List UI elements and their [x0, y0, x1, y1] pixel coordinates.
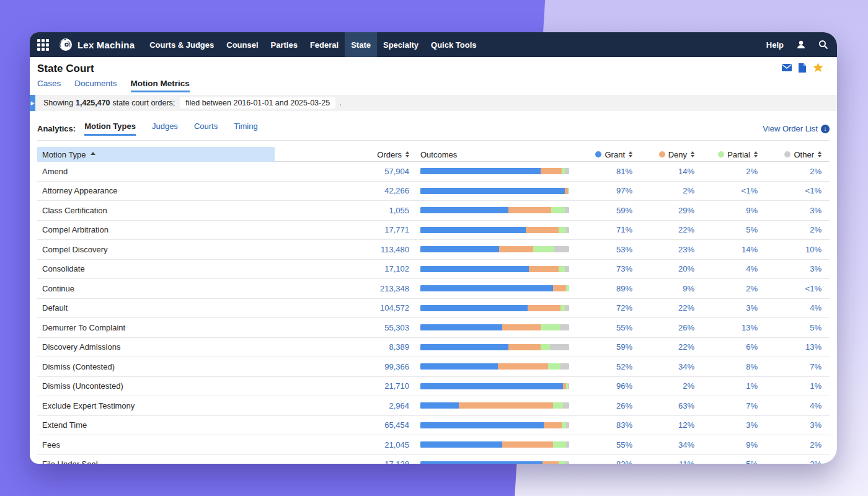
nav-item-specialty[interactable]: Specialty: [377, 32, 425, 57]
brand[interactable]: Lex Machina: [59, 38, 135, 51]
orders-count[interactable]: 2,964: [275, 401, 409, 410]
nav-item-state[interactable]: State: [345, 32, 377, 57]
grant-percent[interactable]: 96%: [569, 381, 632, 391]
partial-percent[interactable]: 4%: [694, 264, 758, 273]
orders-count[interactable]: 21,045: [275, 440, 409, 450]
deny-percent[interactable]: 34%: [632, 362, 694, 371]
orders-count[interactable]: 17,102: [275, 264, 409, 273]
tab-documents[interactable]: Documents: [74, 79, 117, 92]
deny-percent[interactable]: 9%: [632, 284, 694, 293]
help-link[interactable]: Help: [766, 40, 784, 50]
deny-percent[interactable]: 26%: [632, 323, 694, 332]
outcomes-bar[interactable]: [420, 285, 569, 291]
nav-item-quick-tools[interactable]: Quick Tools: [425, 32, 482, 57]
deny-percent[interactable]: 22%: [632, 303, 694, 312]
other-percent[interactable]: <1%: [758, 284, 822, 293]
other-percent[interactable]: 3%: [758, 206, 822, 215]
partial-percent[interactable]: 3%: [694, 420, 758, 430]
orders-count[interactable]: 8,389: [275, 342, 409, 352]
orders-count[interactable]: 55,303: [275, 323, 409, 332]
nav-item-federal[interactable]: Federal: [304, 32, 345, 57]
other-percent[interactable]: 1%: [758, 381, 822, 391]
other-percent[interactable]: 5%: [758, 323, 822, 332]
partial-percent[interactable]: 3%: [694, 303, 758, 312]
partial-percent[interactable]: 8%: [694, 362, 758, 371]
other-percent[interactable]: 13%: [758, 342, 822, 352]
outcomes-bar[interactable]: [420, 207, 569, 213]
motion-type-header[interactable]: Motion Type: [37, 147, 275, 162]
partial-percent[interactable]: 5%: [694, 459, 758, 464]
nav-item-parties[interactable]: Parties: [265, 32, 304, 57]
other-percent[interactable]: <1%: [758, 186, 822, 195]
other-percent[interactable]: 4%: [758, 401, 822, 410]
partial-percent[interactable]: 7%: [694, 401, 758, 410]
orders-count[interactable]: 65,454: [275, 420, 409, 430]
outcomes-bar[interactable]: [420, 266, 569, 272]
grant-percent[interactable]: 59%: [569, 206, 632, 215]
outcomes-bar[interactable]: [420, 383, 569, 389]
partial-percent[interactable]: 2%: [694, 167, 758, 176]
other-percent[interactable]: 7%: [758, 362, 822, 371]
favorite-star-icon[interactable]: [813, 63, 823, 73]
other-percent[interactable]: 3%: [758, 264, 822, 273]
partial-percent[interactable]: 9%: [694, 206, 758, 215]
view-order-list-link[interactable]: View Order List ↓: [763, 124, 830, 133]
orders-count[interactable]: 113,480: [275, 245, 409, 254]
deny-percent[interactable]: 29%: [632, 206, 694, 215]
grant-percent[interactable]: 82%: [569, 459, 632, 464]
grant-percent[interactable]: 52%: [569, 362, 632, 371]
orders-count[interactable]: 213,348: [275, 284, 409, 293]
grant-percent[interactable]: 73%: [569, 264, 632, 273]
deny-percent[interactable]: 11%: [632, 459, 694, 464]
user-icon[interactable]: [796, 40, 806, 50]
grant-percent[interactable]: 55%: [569, 440, 632, 450]
analytics-tab-motion-types[interactable]: Motion Types: [84, 122, 136, 136]
deny-percent[interactable]: 22%: [632, 342, 694, 352]
orders-count[interactable]: 42,266: [275, 186, 409, 195]
other-percent[interactable]: 10%: [758, 245, 822, 254]
outcomes-bar[interactable]: [420, 344, 569, 350]
grant-percent[interactable]: 26%: [569, 401, 632, 410]
partial-percent[interactable]: 6%: [694, 342, 758, 352]
orders-count[interactable]: 21,710: [275, 381, 409, 391]
date-filter-chip[interactable]: filed between 2016-01-01 and 2025-03-25: [180, 97, 335, 108]
orders-count[interactable]: 99,366: [275, 362, 409, 371]
outcomes-bar[interactable]: [420, 422, 569, 428]
grant-percent[interactable]: 89%: [569, 284, 632, 293]
grant-percent[interactable]: 83%: [569, 420, 632, 430]
deny-percent[interactable]: 23%: [632, 245, 694, 254]
deny-percent[interactable]: 2%: [632, 381, 694, 391]
grant-percent[interactable]: 59%: [569, 342, 632, 352]
other-percent[interactable]: 2%: [758, 459, 822, 464]
document-icon[interactable]: [799, 63, 806, 73]
deny-percent[interactable]: 20%: [632, 264, 694, 273]
orders-count[interactable]: 17,128: [275, 459, 409, 464]
deny-percent[interactable]: 63%: [632, 401, 694, 410]
other-percent[interactable]: 4%: [758, 303, 822, 312]
outcomes-bar[interactable]: [420, 227, 569, 233]
grant-percent[interactable]: 97%: [569, 186, 632, 195]
outcomes-bar[interactable]: [420, 188, 569, 194]
partial-percent[interactable]: 1%: [694, 381, 758, 391]
outcomes-bar[interactable]: [420, 246, 569, 252]
filter-expand-icon[interactable]: ▶: [30, 95, 35, 111]
grant-percent[interactable]: 71%: [569, 225, 632, 234]
outcomes-bar[interactable]: [420, 168, 569, 174]
analytics-tab-courts[interactable]: Courts: [194, 122, 218, 136]
deny-percent[interactable]: 12%: [632, 420, 694, 430]
outcomes-bar[interactable]: [420, 324, 569, 330]
outcomes-bar[interactable]: [420, 402, 569, 409]
other-percent[interactable]: 3%: [758, 420, 822, 430]
apps-grid-icon[interactable]: [37, 39, 49, 51]
nav-item-courts-judges[interactable]: Courts & Judges: [143, 32, 220, 57]
analytics-tab-timing[interactable]: Timing: [234, 122, 258, 136]
deny-percent[interactable]: 2%: [632, 186, 694, 195]
outcomes-bar[interactable]: [420, 441, 569, 448]
partial-percent[interactable]: 9%: [694, 440, 758, 450]
other-percent[interactable]: 2%: [758, 167, 822, 176]
partial-percent[interactable]: 14%: [694, 245, 758, 254]
grant-percent[interactable]: 81%: [569, 167, 632, 176]
partial-percent[interactable]: 2%: [694, 284, 758, 293]
grant-header[interactable]: Grant: [569, 150, 632, 159]
analytics-tab-judges[interactable]: Judges: [152, 122, 178, 136]
